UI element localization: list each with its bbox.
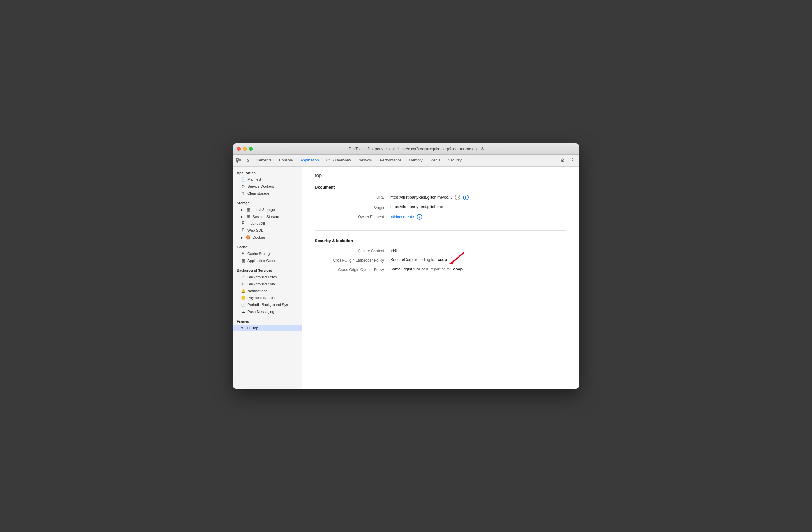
web-sql-icon: 🗄: [241, 228, 246, 233]
frame-icon: □: [246, 326, 251, 330]
notifications-icon: 🔔: [241, 289, 246, 293]
svg-rect-0: [236, 158, 238, 160]
sidebar-item-top-frame[interactable]: ▼ □ top: [233, 324, 302, 332]
sidebar-item-background-fetch[interactable]: ↕ Background Fetch: [233, 274, 302, 280]
owner-element-label: Owner Element: [321, 214, 390, 219]
background-fetch-icon: ↕: [241, 275, 246, 279]
secure-context-field: Secure Context Yes: [315, 248, 566, 253]
device-icon[interactable]: [243, 157, 249, 164]
sidebar-section-storage: Storage: [233, 199, 302, 206]
coop-reporting-label: reporting to:: [431, 267, 451, 271]
periodic-bg-sync-icon: 🕐: [241, 303, 246, 307]
coop-label: Cross-Origin Opener Policy: [321, 267, 390, 272]
owner-element-link[interactable]: <#document>: [390, 215, 414, 219]
expand-arrow-icon: ▶: [241, 208, 243, 212]
sidebar-section-application: Application: [233, 169, 302, 176]
svg-rect-6: [247, 159, 248, 162]
sidebar-item-periodic-bg-sync[interactable]: 🕐 Periodic Background Syn: [233, 301, 302, 308]
url-label: URL: [321, 195, 390, 199]
coop-reporting-value: coop: [453, 267, 463, 271]
coep-field: Cross-Origin Embedder Policy RequireCorp…: [315, 257, 566, 263]
coep-reporting-label: reporting to:: [415, 257, 435, 262]
cookies-icon: 🍪: [246, 235, 251, 240]
owner-element-value: <#document> ℹ: [390, 214, 422, 220]
traffic-lights: [237, 147, 252, 151]
service-workers-icon: ⚙: [241, 184, 246, 188]
sidebar-item-application-cache[interactable]: ▦ Application Cache: [233, 257, 302, 264]
secure-context-value: Yes: [390, 248, 396, 252]
coep-policy: RequireCorp: [390, 257, 412, 262]
origin-label: Origin: [321, 205, 390, 210]
expand-arrow-icon: ▶: [241, 215, 243, 219]
tab-memory[interactable]: Memory: [405, 155, 426, 166]
sidebar-item-manifest[interactable]: 📄 Manifest: [233, 176, 302, 183]
tab-network[interactable]: Network: [355, 155, 376, 166]
security-section: Security & Isolation Secure Context Yes …: [315, 238, 566, 283]
push-messaging-icon: ☁: [241, 309, 246, 314]
expand-arrow-icon: ▶: [241, 236, 243, 239]
sidebar-item-push-messaging[interactable]: ☁ Push Messaging: [233, 308, 302, 315]
sidebar-item-session-storage[interactable]: ▶ ▦ Session Storage: [233, 213, 302, 220]
payment-handler-icon: 🪙: [241, 296, 246, 300]
sidebar-item-local-storage[interactable]: ▶ ▦ Local Storage: [233, 206, 302, 213]
tab-elements[interactable]: Elements: [252, 155, 275, 166]
tab-media[interactable]: Media: [426, 155, 444, 166]
inspect-icon[interactable]: [235, 157, 242, 164]
clear-storage-icon: 🗑: [241, 191, 246, 195]
sidebar-item-web-sql[interactable]: 🗄 Web SQL: [233, 227, 302, 234]
background-sync-icon: ↻: [241, 282, 246, 286]
sidebar-item-indexeddb[interactable]: 🗄 IndexedDB: [233, 220, 302, 227]
window-title: DevTools - first-party-test.glitch.me/co…: [258, 147, 575, 151]
url-circle-icon[interactable]: ↗: [455, 195, 460, 200]
sidebar-item-payment-handler[interactable]: 🪙 Payment Handler: [233, 294, 302, 301]
sidebar-item-background-sync[interactable]: ↻ Background Sync: [233, 280, 302, 288]
maximize-button[interactable]: [249, 147, 252, 151]
title-bar: DevTools - first-party-test.glitch.me/co…: [233, 143, 579, 155]
svg-rect-5: [244, 159, 247, 162]
owner-element-field: Owner Element <#document> ℹ: [315, 214, 566, 220]
application-cache-icon: ▦: [241, 258, 246, 263]
local-storage-icon: ▦: [246, 208, 251, 212]
owner-element-info-icon[interactable]: ℹ: [417, 214, 422, 220]
tab-more[interactable]: »: [465, 155, 475, 166]
url-field: URL https://first-party-test.glitch.me/c…: [315, 195, 566, 200]
secure-context-label: Secure Context: [321, 248, 390, 253]
collapse-arrow-icon: ▼: [241, 326, 244, 330]
coep-reporting-value: coep: [438, 257, 447, 262]
sidebar-item-cookies[interactable]: ▶ 🍪 Cookies: [233, 234, 302, 241]
sidebar-item-clear-storage[interactable]: 🗑 Clear storage: [233, 190, 302, 197]
document-section-title: Document: [315, 185, 566, 190]
tab-bar: Elements Console Application CSS Overvie…: [233, 155, 579, 167]
security-section-title: Security & Isolation: [315, 238, 566, 243]
tab-performance[interactable]: Performance: [376, 155, 405, 166]
origin-value: https://first-party-test.glitch.me: [390, 205, 443, 209]
more-options-icon[interactable]: ⋮: [569, 157, 577, 164]
settings-icon[interactable]: ⚙: [559, 157, 566, 164]
tab-application[interactable]: Application: [296, 155, 323, 166]
close-button[interactable]: [237, 147, 241, 151]
coep-value: RequireCorp reporting to: coep: [390, 257, 447, 262]
tab-security[interactable]: Security: [444, 155, 465, 166]
document-section: Document URL https://first-party-test.gl…: [315, 185, 566, 231]
coop-value: SameOriginPlusCoep reporting to: coop: [390, 267, 463, 271]
coep-annotation: coep: [438, 257, 447, 262]
sidebar: Application 📄 Manifest ⚙ Service Workers…: [233, 167, 302, 389]
page-title: top: [315, 173, 566, 179]
sidebar-item-cache-storage[interactable]: 🗄 Cache Storage: [233, 250, 302, 257]
indexeddb-icon: 🗄: [241, 221, 246, 226]
tab-console[interactable]: Console: [275, 155, 296, 166]
devtools-window: DevTools - first-party-test.glitch.me/co…: [233, 143, 579, 389]
sidebar-item-service-workers[interactable]: ⚙ Service Workers: [233, 183, 302, 190]
url-value: https://first-party-test.glitch.me/co… ↗…: [390, 195, 468, 200]
url-info-icon[interactable]: ℹ: [463, 195, 468, 200]
minimize-button[interactable]: [243, 147, 247, 151]
session-storage-icon: ▦: [246, 214, 251, 219]
sidebar-section-cache: Cache: [233, 243, 302, 250]
devtools-controls: [235, 157, 249, 164]
tab-css-overview[interactable]: CSS Overview: [323, 155, 355, 166]
coop-policy: SameOriginPlusCoep: [390, 267, 428, 271]
cache-storage-icon: 🗄: [241, 252, 246, 256]
sidebar-item-notifications[interactable]: 🔔 Notifications: [233, 288, 302, 294]
tab-bar-right: ⚙ ⋮: [556, 157, 577, 164]
content-panel: top Document URL https://first-party-tes…: [302, 167, 579, 389]
